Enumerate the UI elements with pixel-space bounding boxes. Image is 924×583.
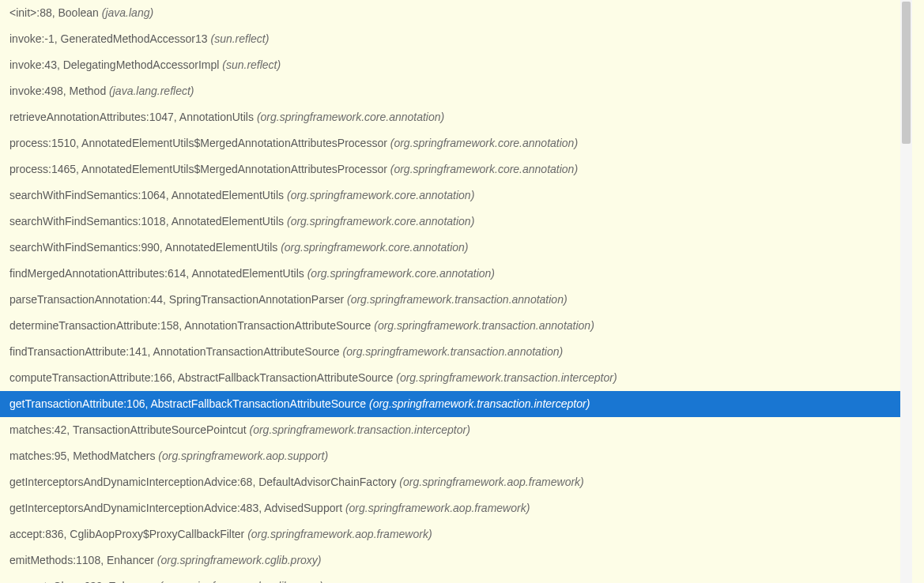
frame-method-label: findTransactionAttribute:141, Annotation… — [9, 345, 343, 358]
frame-package-label: (sun.reflect) — [222, 58, 281, 71]
stack-frame[interactable]: searchWithFindSemantics:990, AnnotatedEl… — [0, 235, 912, 261]
frame-package-label: (org.springframework.transaction.interce… — [369, 397, 590, 410]
frame-method-label: findMergedAnnotationAttributes:614, Anno… — [9, 267, 307, 280]
scrollbar-track[interactable] — [900, 0, 912, 583]
stack-frame[interactable]: computeTransactionAttribute:166, Abstrac… — [0, 365, 912, 391]
frame-method-label: invoke:498, Method — [9, 85, 109, 97]
frame-method-label: getInterceptorsAndDynamicInterceptionAdv… — [9, 502, 345, 514]
stack-frame[interactable]: invoke:498, Method (java.lang.reflect) — [0, 78, 912, 104]
frame-method-label: computeTransactionAttribute:166, Abstrac… — [9, 371, 396, 384]
frame-package-label: (org.springframework.transaction.annotat… — [347, 293, 568, 306]
frame-package-label: (java.lang) — [102, 6, 153, 19]
stack-frame[interactable]: accept:836, CglibAopProxy$ProxyCallbackF… — [0, 521, 912, 547]
frame-package-label: (org.springframework.core.annotation) — [257, 111, 444, 123]
stack-frame[interactable]: getInterceptorsAndDynamicInterceptionAdv… — [0, 469, 912, 495]
frame-package-label: (sun.reflect) — [210, 32, 269, 45]
stack-frame[interactable]: process:1465, AnnotatedElementUtils$Merg… — [0, 156, 912, 182]
frame-package-label: (org.springframework.cglib.proxy) — [157, 554, 322, 566]
frame-method-label: getInterceptorsAndDynamicInterceptionAdv… — [9, 476, 399, 488]
stacktrace-frames-list: <init>:88, Boolean (java.lang)invoke:-1,… — [0, 0, 912, 583]
stack-frame[interactable]: invoke:43, DelegatingMethodAccessorImpl … — [0, 52, 912, 78]
stack-frame[interactable]: emitMethods:1108, Enhancer (org.springfr… — [0, 547, 912, 574]
stack-frame[interactable]: searchWithFindSemantics:1018, AnnotatedE… — [0, 209, 912, 235]
stacktrace-panel: <init>:88, Boolean (java.lang)invoke:-1,… — [0, 0, 912, 583]
frame-package-label: (org.springframework.cglib.proxy) — [159, 580, 323, 583]
frame-package-label: (org.springframework.core.annotation) — [287, 189, 474, 201]
stack-frame[interactable]: invoke:-1, GeneratedMethodAccessor13 (su… — [0, 26, 912, 52]
frame-package-label: (org.springframework.transaction.annotat… — [374, 319, 594, 332]
stack-frame[interactable]: matches:95, MethodMatchers (org.springfr… — [0, 443, 912, 469]
frame-method-label: matches:42, TransactionAttributeSourcePo… — [9, 423, 250, 436]
frame-package-label: (org.springframework.aop.framework) — [247, 528, 432, 540]
frame-method-label: process:1510, AnnotatedElementUtils$Merg… — [9, 137, 390, 149]
frame-method-label: accept:836, CglibAopProxy$ProxyCallbackF… — [9, 528, 247, 540]
frame-method-label: searchWithFindSemantics:1018, AnnotatedE… — [9, 215, 287, 228]
frame-package-label: (org.springframework.aop.support) — [158, 449, 328, 462]
frame-package-label: (java.lang.reflect) — [109, 85, 194, 97]
frame-package-label: (org.springframework.aop.framework) — [345, 502, 530, 514]
frame-method-label: process:1465, AnnotatedElementUtils$Merg… — [9, 163, 390, 175]
stack-frame[interactable]: generateClass:630, Enhancer (org.springf… — [0, 574, 912, 583]
stack-frame[interactable]: process:1510, AnnotatedElementUtils$Merg… — [0, 130, 912, 156]
frame-method-label: generateClass:630, Enhancer — [9, 580, 159, 583]
stack-frame[interactable]: <init>:88, Boolean (java.lang) — [0, 0, 912, 26]
stack-frame[interactable]: determineTransactionAttribute:158, Annot… — [0, 313, 912, 339]
frame-package-label: (org.springframework.aop.framework) — [399, 476, 583, 488]
scrollbar-thumb[interactable] — [902, 2, 911, 144]
frame-method-label: invoke:-1, GeneratedMethodAccessor13 — [9, 32, 210, 45]
frame-package-label: (org.springframework.core.annotation) — [287, 215, 474, 228]
frame-method-label: <init>:88, Boolean — [9, 6, 102, 19]
stack-frame[interactable]: getTransactionAttribute:106, AbstractFal… — [0, 391, 912, 417]
stack-frame[interactable]: matches:42, TransactionAttributeSourcePo… — [0, 417, 912, 443]
frame-method-label: matches:95, MethodMatchers — [9, 449, 158, 462]
frame-method-label: parseTransactionAnnotation:44, SpringTra… — [9, 293, 347, 306]
frame-package-label: (org.springframework.transaction.annotat… — [343, 345, 564, 358]
stack-frame[interactable]: findTransactionAttribute:141, Annotation… — [0, 339, 912, 365]
frame-method-label: searchWithFindSemantics:990, AnnotatedEl… — [9, 241, 281, 254]
frame-package-label: (org.springframework.core.annotation) — [390, 163, 578, 175]
stack-frame[interactable]: getInterceptorsAndDynamicInterceptionAdv… — [0, 495, 912, 521]
frame-method-label: invoke:43, DelegatingMethodAccessorImpl — [9, 58, 222, 71]
stack-frame[interactable]: retrieveAnnotationAttributes:1047, Annot… — [0, 104, 912, 130]
frame-package-label: (org.springframework.core.annotation) — [281, 241, 468, 254]
stack-frame[interactable]: parseTransactionAnnotation:44, SpringTra… — [0, 287, 912, 313]
frame-method-label: emitMethods:1108, Enhancer — [9, 554, 157, 566]
frame-method-label: retrieveAnnotationAttributes:1047, Annot… — [9, 111, 257, 123]
frame-method-label: determineTransactionAttribute:158, Annot… — [9, 319, 374, 332]
frame-package-label: (org.springframework.transaction.interce… — [396, 371, 617, 384]
frame-package-label: (org.springframework.core.annotation) — [307, 267, 495, 280]
frame-package-label: (org.springframework.core.annotation) — [390, 137, 578, 149]
stack-frame[interactable]: searchWithFindSemantics:1064, AnnotatedE… — [0, 182, 912, 209]
frame-method-label: searchWithFindSemantics:1064, AnnotatedE… — [9, 189, 287, 201]
frame-package-label: (org.springframework.transaction.interce… — [250, 423, 470, 436]
frame-method-label: getTransactionAttribute:106, AbstractFal… — [9, 397, 369, 410]
stack-frame[interactable]: findMergedAnnotationAttributes:614, Anno… — [0, 261, 912, 287]
